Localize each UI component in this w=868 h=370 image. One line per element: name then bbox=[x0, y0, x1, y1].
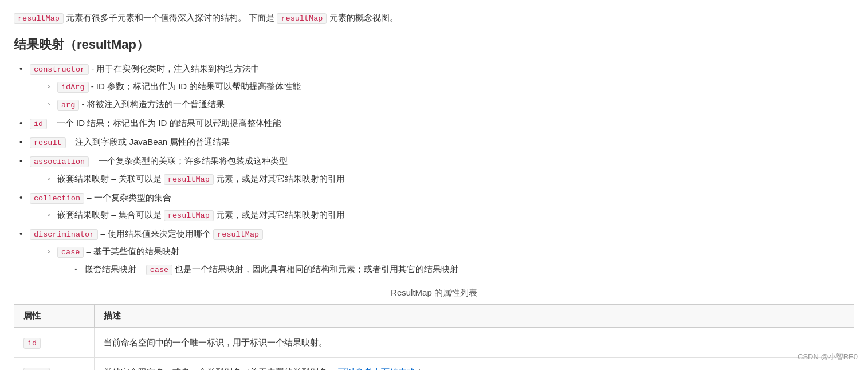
text-case: – 基于某些值的结果映射 bbox=[87, 246, 180, 256]
text-arg: - 将被注入到构造方法的一个普通结果 bbox=[81, 99, 224, 109]
text-coll-nested2: 元素，或是对其它结果映射的引用 bbox=[216, 210, 345, 219]
td-desc-type: 类的完全限定名，或者一个类型别名（关于内置的类型别名， 可以参考上面的表格 ）。 bbox=[95, 358, 854, 370]
code-association: association bbox=[30, 156, 89, 167]
code-case: case bbox=[57, 247, 84, 258]
text-discriminator: – 使用结果值来决定使用哪个 bbox=[101, 229, 214, 238]
text-assoc-nested1: 嵌套结果映射 – 关联可以是 bbox=[57, 174, 164, 183]
sub-list-constructor: idArg - ID 参数；标记出作为 ID 的结果可以帮助提高整体性能 arg… bbox=[47, 79, 854, 112]
th-desc: 描述 bbox=[95, 305, 854, 328]
text-id: – 一个 ID 结果；标记出作为 ID 的结果可以帮助提高整体性能 bbox=[49, 118, 281, 128]
text-collection: – 一个复杂类型的集合 bbox=[87, 192, 171, 202]
content-area: constructor - 用于在实例化类时，注入结果到构造方法中 idArg … bbox=[14, 61, 854, 277]
table-row: id 当前命名空间中的一个唯一标识，用于标识一个结果映射。 bbox=[14, 328, 854, 357]
code-case-inline: case bbox=[146, 265, 172, 275]
table-caption: ResultMap 的属性列表 bbox=[14, 288, 854, 298]
code-arg: arg bbox=[57, 100, 79, 111]
list-item-arg: arg - 将被注入到构造方法的一个普通结果 bbox=[47, 97, 854, 112]
list-item-constructor: constructor - 用于在实例化类时，注入结果到构造方法中 idArg … bbox=[19, 61, 854, 112]
text-result: – 注入到字段或 JavaBean 属性的普通结果 bbox=[68, 137, 230, 147]
td-desc-id: 当前命名空间中的一个唯一标识，用于标识一个结果映射。 bbox=[95, 328, 854, 357]
code-attr-id: id bbox=[23, 338, 41, 349]
td-desc-type-text1: 类的完全限定名，或者一个类型别名（关于内置的类型别名， bbox=[104, 367, 336, 370]
list-item-idarg: idArg - ID 参数；标记出作为 ID 的结果可以帮助提高整体性能 bbox=[47, 79, 854, 95]
attributes-table: 属性 描述 id 当前命名空间中的一个唯一标识，用于标识一个结果映射。 type… bbox=[14, 304, 854, 370]
code-id: id bbox=[30, 119, 47, 129]
text-association: – 一个复杂类型的关联；许多结果将包装成这种类型 bbox=[91, 156, 288, 166]
sub-list-collection: 嵌套结果映射 – 集合可以是 resultMap 元素，或是对其它结果映射的引用 bbox=[47, 207, 854, 223]
text-idarg: - ID 参数；标记出作为 ID 的结果可以帮助提高整体性能 bbox=[91, 81, 301, 91]
watermark: CSDN @小智RE0 bbox=[798, 352, 858, 362]
intro-code-resultmap2: resultMap bbox=[277, 13, 327, 24]
list-item-result: result – 注入到字段或 JavaBean 属性的普通结果 bbox=[19, 135, 854, 150]
text-case-nested1: 嵌套结果映射 – bbox=[85, 264, 146, 274]
list-item-collection-nested: 嵌套结果映射 – 集合可以是 resultMap 元素，或是对其它结果映射的引用 bbox=[47, 207, 854, 223]
code-attr-type: type bbox=[23, 368, 50, 370]
list-item-association-nested: 嵌套结果映射 – 关联可以是 resultMap 元素，或是对其它结果映射的引用 bbox=[47, 171, 854, 187]
section-title: 结果映射（resultMap） bbox=[14, 36, 854, 53]
list-item-case: case – 基于某些值的结果映射 嵌套结果映射 – case 也是一个结果映射… bbox=[47, 244, 854, 277]
list-item-id: id – 一个 ID 结果；标记出作为 ID 的结果可以帮助提高整体性能 bbox=[19, 116, 854, 131]
link-refer-table[interactable]: 可以参考上面的表格 bbox=[338, 367, 415, 370]
td-attr-type: type bbox=[14, 358, 95, 370]
sub-list-discriminator: case – 基于某些值的结果映射 嵌套结果映射 – case 也是一个结果映射… bbox=[47, 244, 854, 277]
code-assoc-resultmap: resultMap bbox=[164, 174, 214, 185]
intro-code-resultmap: resultMap bbox=[14, 13, 64, 24]
code-constructor: constructor bbox=[30, 64, 89, 75]
code-discriminator: discriminator bbox=[30, 229, 98, 240]
sub-sub-list-case: 嵌套结果映射 – case 也是一个结果映射，因此具有相同的结构和元素；或者引用… bbox=[74, 262, 854, 277]
td-attr-id: id bbox=[14, 328, 95, 357]
code-coll-resultmap: resultMap bbox=[164, 210, 214, 221]
text-case-nested2: 也是一个结果映射，因此具有相同的结构和元素；或者引用其它的结果映射 bbox=[175, 264, 458, 274]
code-collection: collection bbox=[30, 193, 84, 204]
intro-paragraph: resultMap 元素有很多子元素和一个值得深入探讨的结构。 下面是 resu… bbox=[14, 10, 854, 26]
code-disc-resultmap: resultMap bbox=[213, 229, 263, 240]
text-assoc-nested2: 元素，或是对其它结果映射的引用 bbox=[216, 174, 345, 183]
main-list: constructor - 用于在实例化类时，注入结果到构造方法中 idArg … bbox=[19, 61, 854, 277]
code-result: result bbox=[30, 137, 66, 148]
table-header-row: 属性 描述 bbox=[14, 305, 854, 328]
code-idarg: idArg bbox=[57, 82, 89, 93]
list-item-discriminator: discriminator – 使用结果值来决定使用哪个 resultMap c… bbox=[19, 226, 854, 277]
intro-text2: 元素的概念视图。 bbox=[327, 13, 398, 22]
text-coll-nested1: 嵌套结果映射 – 集合可以是 bbox=[57, 210, 164, 219]
sub-list-association: 嵌套结果映射 – 关联可以是 resultMap 元素，或是对其它结果映射的引用 bbox=[47, 171, 854, 187]
intro-text1: 元素有很多子元素和一个值得深入探讨的结构。 下面是 bbox=[64, 13, 277, 22]
table-row: type 类的完全限定名，或者一个类型别名（关于内置的类型别名， 可以参考上面的… bbox=[14, 358, 854, 370]
list-item-case-nested: 嵌套结果映射 – case 也是一个结果映射，因此具有相同的结构和元素；或者引用… bbox=[74, 262, 854, 277]
text-constructor: - 用于在实例化类时，注入结果到构造方法中 bbox=[91, 64, 260, 73]
list-item-association: association – 一个复杂类型的关联；许多结果将包装成这种类型 嵌套结… bbox=[19, 153, 854, 187]
td-desc-type-text2: ）。 bbox=[418, 367, 435, 370]
th-attr: 属性 bbox=[14, 305, 95, 328]
list-item-collection: collection – 一个复杂类型的集合 嵌套结果映射 – 集合可以是 re… bbox=[19, 190, 854, 223]
